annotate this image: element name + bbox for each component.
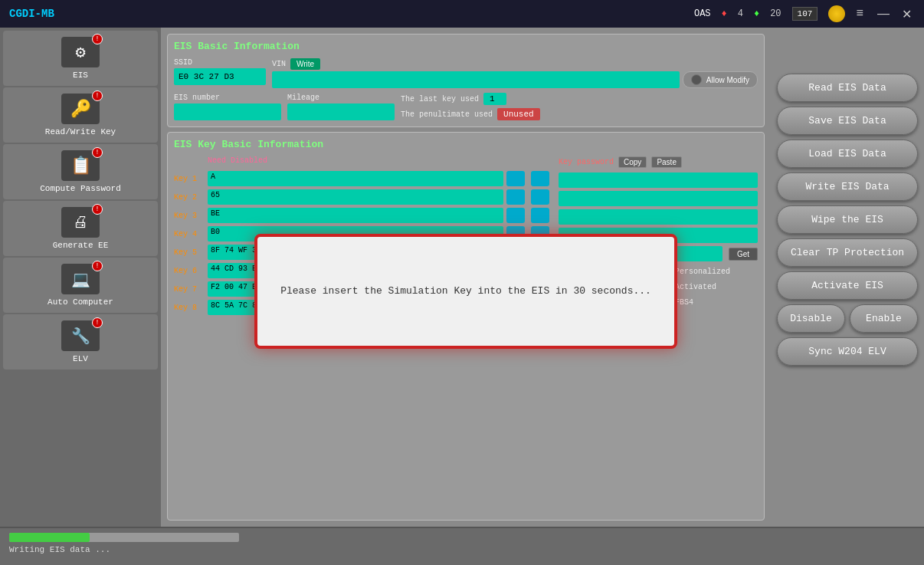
key1-label: Key 1 [174, 175, 205, 183]
elv-badge: ! [92, 317, 103, 328]
modal-text: Please insert the Simulation Key into th… [280, 285, 651, 297]
key2-label: Key 2 [174, 193, 205, 202]
copy-button[interactable]: Copy [618, 156, 647, 168]
last-key-group: The last key used 1 The penultimate used… [401, 93, 540, 120]
sidebar-compute-label: Compute Password [40, 184, 121, 193]
eis-basic-title: EIS Basic Information [174, 41, 758, 52]
diamond-red-count: 4 [738, 8, 743, 19]
eis-number-input[interactable] [174, 103, 281, 120]
personalized-label: Personalized [675, 268, 730, 276]
sidebar-item-generate-ee[interactable]: 🖨 ! Generate EE [3, 201, 158, 256]
mileage-label: Mileage [287, 94, 395, 102]
key1-data: A [208, 171, 503, 186]
diamond-green-icon: ♦ [754, 8, 759, 19]
key3-btn1[interactable] [506, 208, 525, 223]
activate-eis-button[interactable]: Activate EIS [777, 271, 918, 300]
read-eis-button[interactable]: Read EIS Data [777, 74, 918, 102]
activated-label: Activated [675, 283, 716, 291]
mileage-group: Mileage [287, 94, 395, 120]
get-button[interactable]: Get [729, 248, 758, 261]
penultimate-label: The penultimate used [401, 110, 493, 119]
eis-basic-panel: EIS Basic Information SSID VIN Write [167, 34, 765, 127]
generate-badge: ! [92, 204, 103, 215]
compute-icon: 📋 ! [61, 150, 100, 181]
vin-group: VIN Write Allow Modify [272, 58, 758, 88]
last-key-label: The last key used [401, 95, 479, 103]
status-bar: Writing EIS data ... [0, 527, 924, 565]
save-eis-button[interactable]: Save EIS Data [777, 107, 918, 135]
key3-btn2[interactable] [531, 208, 549, 223]
vin-input[interactable] [272, 71, 680, 88]
need-disabled-label: Need Disabled [208, 156, 503, 165]
modal-box: Please insert the Simulation Key into th… [254, 234, 677, 349]
menu-icon[interactable]: ≡ [856, 7, 863, 21]
sidebar-eis-label: EIS [73, 71, 88, 80]
eis-number-label: EIS number [174, 94, 281, 102]
app-name: CGDI-MB [9, 8, 54, 20]
key2-data: 65 [208, 189, 503, 205]
sidebar-auto-label: Auto Computer [48, 297, 113, 307]
eis-key-title: EIS Key Basic Information [174, 139, 758, 150]
key-pw-1[interactable] [559, 172, 758, 188]
right-panel: Read EIS Data Save EIS Data Load EIS Dat… [771, 28, 924, 527]
sidebar-item-elv[interactable]: 🔧 ! ELV [3, 314, 158, 370]
eis-badge: ! [92, 34, 103, 44]
key2-btn1[interactable] [506, 189, 525, 205]
write-button[interactable]: Write [290, 58, 320, 70]
elv-icon: 🔧 ! [61, 320, 100, 351]
sidebar-elv-label: ELV [73, 354, 88, 363]
diamond-green-count: 20 [770, 8, 781, 19]
table-row: Key 1 A [174, 171, 552, 186]
sidebar-item-read-write-key[interactable]: 🔑 ! Read/Write Key [3, 87, 158, 143]
enable-button[interactable]: Enable [850, 304, 918, 333]
mileage-input[interactable] [287, 103, 395, 120]
minimize-button[interactable]: — [874, 7, 893, 21]
fbs4-label: FBS4 [675, 298, 693, 307]
disable-enable-row: Disable Enable [777, 304, 918, 333]
key-badge: ! [92, 90, 103, 101]
clear-tp-button[interactable]: Clear TP Protection [777, 238, 918, 267]
sidebar: ⚙ ! EIS 🔑 ! Read/Write Key 📋 ! Compute P… [0, 28, 161, 527]
auto-icon: 💻 ! [61, 264, 100, 294]
key2-btn2[interactable] [531, 189, 549, 205]
key8-label: Key 8 [174, 304, 205, 312]
load-eis-button[interactable]: Load EIS Data [777, 140, 918, 168]
key1-btn2[interactable] [531, 171, 549, 186]
vin-label: VIN [272, 60, 286, 68]
progress-bar-bg [9, 533, 239, 542]
key-icon: 🔑 ! [61, 94, 100, 124]
auto-badge: ! [92, 261, 103, 271]
counter-box: 107 [792, 7, 818, 21]
wipe-eis-button[interactable]: Wipe the EIS [777, 205, 918, 234]
eis-icon: ⚙ ! [61, 37, 100, 67]
key-pw-3[interactable] [559, 209, 758, 225]
sidebar-item-compute-password[interactable]: 📋 ! Compute Password [3, 144, 158, 199]
key5-label: Key 5 [174, 248, 205, 257]
write-eis-button[interactable]: Write EIS Data [777, 172, 918, 201]
key1-btn1[interactable] [506, 171, 525, 186]
sidebar-item-auto-computer[interactable]: 💻 ! Auto Computer [3, 258, 158, 313]
key7-label: Key 7 [174, 285, 205, 294]
last-key-value: 1 [483, 93, 506, 105]
key4-label: Key 4 [174, 230, 205, 238]
disable-button[interactable]: Disable [777, 304, 845, 333]
diamond-red-icon: ♦ [722, 8, 727, 19]
sidebar-generate-label: Generate EE [53, 241, 109, 250]
allow-modify-button[interactable]: Allow Modify [683, 71, 758, 88]
ssid-label: SSID [174, 58, 266, 67]
ssid-input[interactable] [174, 68, 266, 85]
eis-number-group: EIS number [174, 94, 281, 120]
toggle-circle [691, 74, 702, 85]
key-password-label: Key password [559, 158, 614, 166]
close-button[interactable]: ✕ [899, 7, 915, 21]
table-row: Key 3 BE [174, 208, 552, 223]
key6-label: Key 6 [174, 267, 205, 275]
key-pw-2[interactable] [559, 191, 758, 206]
key3-data: BE [208, 208, 503, 223]
oas-label: OAS [694, 8, 711, 19]
sync-button[interactable]: Sync W204 ELV [777, 337, 918, 366]
paste-button[interactable]: Paste [651, 156, 682, 168]
coin-icon [828, 5, 845, 22]
compute-badge: ! [92, 147, 103, 158]
sidebar-item-eis[interactable]: ⚙ ! EIS [3, 31, 158, 86]
